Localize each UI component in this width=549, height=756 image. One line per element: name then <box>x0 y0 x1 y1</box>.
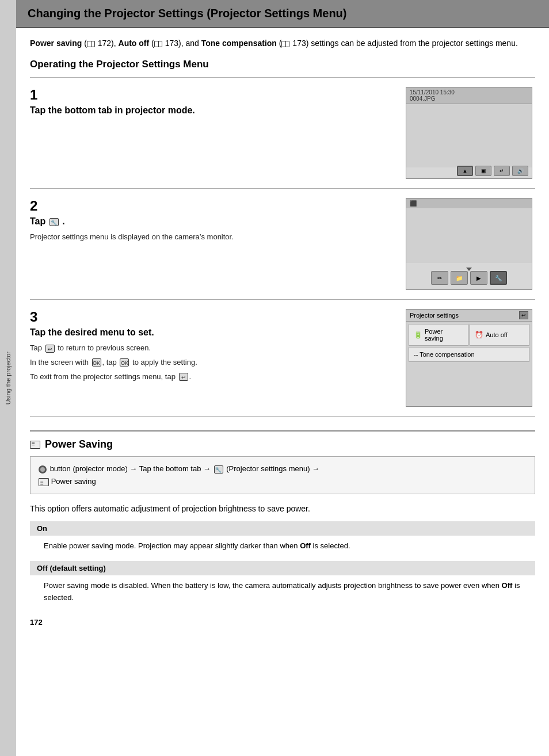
off-bold-2: Off <box>502 581 513 590</box>
auto-off-cell: ⏰ Auto off <box>470 324 529 346</box>
icon-btn-3: 🔊 <box>512 166 528 176</box>
step-1: 1 Tap the bottom tab in projector mode. … <box>30 78 535 189</box>
ok-icon-2: OK <box>120 358 129 366</box>
proj-mode-breadcrumb-icon <box>39 464 50 473</box>
step-3-number: 3 <box>30 309 389 325</box>
screen2-body <box>406 208 532 263</box>
ref1: 172 <box>98 39 111 48</box>
power-saving-description: This option offers automatic adjustment … <box>30 502 535 515</box>
option-on-row: On <box>30 521 535 536</box>
proj-screen-title: Projector settings <box>410 312 459 319</box>
wrench-icon-inline: 🔧 <box>49 218 59 226</box>
power-saving-heading: Power Saving <box>30 430 535 456</box>
proj-mode-icon: ⬛ <box>410 200 417 207</box>
operating-heading: Operating the Projector Settings Menu <box>30 59 535 70</box>
back-icon-1: ↩ <box>45 345 55 353</box>
auto-off-cell-icon: ⏰ <box>475 331 483 339</box>
intro-paragraph: Power saving ( 172), Auto off ( 173), an… <box>30 37 535 49</box>
option-on-desc: Enable power saving mode. Projection may… <box>30 536 535 557</box>
proj-screen-back-btn: ↩ <box>519 311 528 319</box>
screen2-top: ⬛ <box>406 198 532 208</box>
play-icon-btn: ▶ <box>470 271 487 285</box>
intro-rest: settings can be adjusted from the projec… <box>311 39 518 48</box>
step-2: 2 Tap 🔧 . Projector settings menu is dis… <box>30 189 535 300</box>
step-2-title: Tap 🔧 . <box>30 216 389 227</box>
screen1-top: 15/11/2010 15:30 0004.JPG <box>406 87 532 104</box>
step-2-screen: ⬛ ✏ 📁 ▶ 🔧 <box>403 198 535 290</box>
wrench-breadcrumb-icon: 🔧 <box>214 465 223 474</box>
option-off-row: Off (default setting) <box>30 561 535 575</box>
breadcrumb-text1: button (projector mode) → Tap the bottom… <box>50 464 213 473</box>
tone-comp-ref: Tone compensation <box>201 39 277 48</box>
page-title: Changing the Projector Settings (Project… <box>28 7 537 20</box>
tone-comp-cell-label: -- Tone compensation <box>414 351 475 358</box>
side-tab: Using the projector <box>0 0 16 756</box>
power-saving-cell-icon: 🔋 <box>414 331 422 339</box>
proj-settings-grid: 🔋 Powersaving ⏰ Auto off -- Tone compens… <box>406 322 532 364</box>
steps-container: 1 Tap the bottom tab in projector mode. … <box>30 77 535 417</box>
ref3: 173 <box>292 39 306 48</box>
settings-icon-btn: 🔧 <box>490 271 507 285</box>
tab-button: ▲ <box>457 166 473 176</box>
ps-breadcrumb-icon <box>39 478 49 486</box>
screen1-bottom: ▲ ▣ ↵ 🔊 <box>453 163 532 178</box>
book-icon-3 <box>281 41 289 47</box>
option-off-desc: Power saving mode is disabled. When the … <box>30 575 535 609</box>
step-3-left: 3 Tap the desired menu to set. Tap ↩ to … <box>30 309 394 407</box>
step-2-number: 2 <box>30 198 389 214</box>
page-number: 172 <box>16 613 549 631</box>
ok-icon-1: OK <box>92 358 101 366</box>
screen1-filename: 0004.JPG <box>410 96 528 102</box>
book-icon-2 <box>154 41 162 47</box>
option-off-desc-text: Power saving mode is disabled. When the … <box>44 581 502 590</box>
icon-btn-1: ▣ <box>475 166 491 176</box>
power-saving-section: Power Saving button (projector mode) → T… <box>16 430 549 609</box>
step-3-desc1: Tap ↩ to return to previous screen. <box>30 342 389 354</box>
option-on-desc-text: Enable power saving mode. Projection may… <box>44 541 300 550</box>
power-saving-section-title: Power Saving <box>45 438 113 450</box>
icon-btn-2: ↵ <box>494 166 510 176</box>
pencil-icon-btn: ✏ <box>431 271 448 285</box>
period: . <box>62 216 64 226</box>
auto-off-cell-label: Auto off <box>486 331 508 338</box>
step-3-title: Tap the desired menu to set. <box>30 327 389 338</box>
step-1-left: 1 Tap the bottom tab in projector mode. <box>30 87 394 179</box>
camera-screen-2: ⬛ ✏ 📁 ▶ 🔧 <box>406 198 532 290</box>
projector-settings-screen: Projector settings ↩ 🔋 Powersaving ⏰ <box>406 309 532 407</box>
off-bold-1: Off <box>300 541 311 550</box>
breadcrumb-box: button (projector mode) → Tap the bottom… <box>30 456 535 494</box>
screen2-icons: ✏ 📁 ▶ 🔧 <box>406 269 532 287</box>
book-icon-1 <box>87 41 95 47</box>
page-num-text: 172 <box>30 618 43 627</box>
camera-screen-1: 15/11/2010 15:30 0004.JPG ▲ ▣ ↵ 🔊 <box>406 87 532 179</box>
step-3-desc3: To exit from the projector settings menu… <box>30 371 389 383</box>
proj-screen-header: Projector settings ↩ <box>406 310 532 322</box>
power-saving-cell-label: Powersaving <box>425 328 443 342</box>
power-saving-cell: 🔋 Powersaving <box>409 324 468 346</box>
exit-icon: ↩ <box>179 373 188 381</box>
camera-mode-icon <box>39 465 47 474</box>
step-3-desc2: In the screen with OK, tap OK to apply t… <box>30 357 389 369</box>
power-saving-section-icon <box>30 441 40 449</box>
breadcrumb-text3: Power saving <box>51 477 96 486</box>
step-1-title: Tap the bottom tab in projector mode. <box>30 105 389 116</box>
step-1-screen: 15/11/2010 15:30 0004.JPG ▲ ▣ ↵ 🔊 <box>403 87 535 179</box>
tone-comp-cell: -- Tone compensation <box>409 347 529 362</box>
page-header: Changing the Projector Settings (Project… <box>16 0 549 28</box>
screen1-datetime: 15/11/2010 15:30 <box>410 89 528 96</box>
option-off-label: Off (default setting) <box>37 564 106 572</box>
breadcrumb-text2: (Projector settings menu) → <box>226 464 319 473</box>
tap-text: Tap <box>30 216 48 226</box>
option-on-label: On <box>37 524 47 533</box>
main-content: Changing the Projector Settings (Project… <box>16 0 549 756</box>
step-3-screen: Projector settings ↩ 🔋 Powersaving ⏰ <box>403 309 535 407</box>
step-3: 3 Tap the desired menu to set. Tap ↩ to … <box>30 300 535 417</box>
step-2-desc: Projector settings menu is displayed on … <box>30 231 389 243</box>
step-1-number: 1 <box>30 87 389 103</box>
content-area: Power saving ( 172), Auto off ( 173), an… <box>16 28 549 426</box>
auto-off-ref: Auto off <box>119 39 150 48</box>
side-tab-label: Using the projector <box>5 352 12 404</box>
option-on-desc-text2: is selected. <box>311 541 350 550</box>
power-saving-ref: Power saving <box>30 39 82 48</box>
step-2-left: 2 Tap 🔧 . Projector settings menu is dis… <box>30 198 394 290</box>
